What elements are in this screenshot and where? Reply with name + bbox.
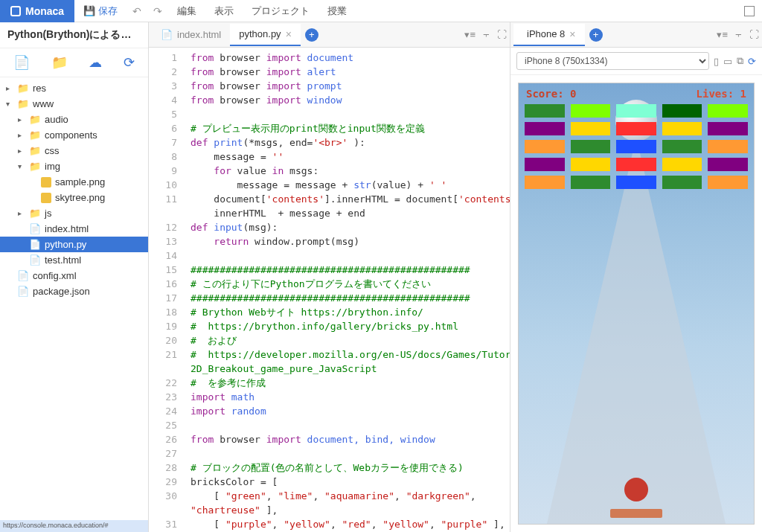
brick <box>708 104 748 118</box>
lives-text: Lives: 1 <box>697 88 746 100</box>
filter-icon[interactable]: ▾≡ <box>717 29 728 40</box>
app-name: Monaca <box>25 5 64 17</box>
brick <box>662 176 702 189</box>
menu-class[interactable]: 授業 <box>318 4 356 18</box>
brick <box>708 122 748 135</box>
brick <box>525 140 565 153</box>
brick <box>616 176 656 189</box>
bricks-grid <box>525 104 748 189</box>
sidebar-toolbar: 📄 📁 ☁ ⟳ <box>0 48 148 77</box>
tree-item-css[interactable]: ▸📁css <box>0 143 148 158</box>
brick <box>525 158 565 171</box>
brick <box>571 122 611 135</box>
menu-project[interactable]: プロジェクト <box>243 4 318 18</box>
device-select[interactable]: iPhone 8 (750x1334) <box>516 52 709 70</box>
ball <box>624 478 648 501</box>
new-folder-icon[interactable]: 📁 <box>51 54 68 71</box>
new-file-icon[interactable]: 📄 <box>13 54 30 71</box>
brick <box>662 104 702 118</box>
brick <box>662 122 702 135</box>
tab-python-py[interactable]: python.py × <box>230 24 301 46</box>
add-preview-button[interactable]: + <box>589 28 603 42</box>
brick <box>571 140 611 153</box>
app-logo[interactable]: Monaca <box>0 0 74 22</box>
file-icon: 📄 <box>161 29 173 40</box>
editor-pane: 📄 index.html python.py × + ▾≡ ⫟ ⛶ 123456… <box>149 22 510 532</box>
score-text: Score: 0 <box>526 88 576 100</box>
brick <box>571 158 611 171</box>
brick <box>662 158 702 171</box>
redo-icon[interactable]: ↷ <box>147 5 168 17</box>
close-icon[interactable]: × <box>286 28 292 40</box>
menu-edit[interactable]: 編集 <box>168 4 205 18</box>
brick <box>708 140 748 153</box>
editor-tabs: 📄 index.html python.py × + ▾≡ ⫟ ⛶ <box>149 22 510 48</box>
save-button[interactable]: 💾 保存 <box>74 4 127 18</box>
add-tab-button[interactable]: + <box>305 28 318 42</box>
undo-icon[interactable]: ↶ <box>127 5 147 17</box>
split-icon[interactable]: ⫟ <box>734 29 743 40</box>
reload-icon[interactable]: ⟳ <box>748 56 756 67</box>
brick <box>525 104 565 118</box>
brick <box>571 104 611 118</box>
top-toolbar: Monaca 💾 保存 ↶ ↷ 編集 表示 プロジェクト 授業 <box>0 0 762 22</box>
upload-icon[interactable]: ☁ <box>89 54 102 71</box>
paddle <box>610 509 662 518</box>
tablet-icon[interactable]: ▭ <box>723 56 732 67</box>
tree-item-js[interactable]: ▸📁js <box>0 205 148 221</box>
tab-label: iPhone 8 <box>527 28 565 39</box>
brick <box>662 140 702 153</box>
preview-tabs: iPhone 8 × + ▾≡ ⫟ ⛶ <box>510 22 762 48</box>
expand-icon[interactable]: ⛶ <box>749 29 759 40</box>
save-label: 保存 <box>98 4 118 18</box>
brick <box>708 176 748 189</box>
tree-item-www[interactable]: ▾📁www <box>0 96 148 112</box>
tab-index-html[interactable]: 📄 index.html <box>152 25 230 45</box>
close-icon[interactable]: × <box>569 28 575 40</box>
brick <box>708 158 748 171</box>
save-icon: 💾 <box>83 5 95 16</box>
skytree-image <box>547 137 726 524</box>
menu-view[interactable]: 表示 <box>205 4 243 18</box>
brick <box>571 176 611 189</box>
window-icon[interactable] <box>744 6 755 16</box>
tree-item-img[interactable]: ▾📁img <box>0 158 148 174</box>
tree-item-index-html[interactable]: 📄index.html <box>0 221 148 237</box>
brick <box>616 122 656 135</box>
popout-icon[interactable]: ⧉ <box>737 55 743 67</box>
tab-label: python.py <box>239 28 281 39</box>
phone-icon[interactable]: ▯ <box>714 56 719 67</box>
tab-preview-device[interactable]: iPhone 8 × <box>513 24 585 46</box>
tree-item-res[interactable]: ▸📁res <box>0 80 148 96</box>
filter-icon[interactable]: ▾≡ <box>464 29 476 40</box>
expand-icon[interactable]: ⛶ <box>497 29 507 40</box>
brick <box>525 122 565 135</box>
preview-pane: iPhone 8 × + ▾≡ ⫟ ⛶ iPhone 8 (750x1334) … <box>510 22 762 532</box>
brick <box>525 176 565 189</box>
tree-item-audio[interactable]: ▸📁audio <box>0 112 148 127</box>
tree-item-package-json[interactable]: 📄package.json <box>0 283 148 299</box>
brick <box>616 104 656 118</box>
refresh-icon[interactable]: ⟳ <box>124 54 135 71</box>
brick <box>616 158 656 171</box>
tree-item-config-xml[interactable]: 📄config.xml <box>0 268 148 283</box>
tree-item-skytree-png[interactable]: skytree.png <box>0 190 148 205</box>
device-bar: iPhone 8 (750x1334) ▯ ▭ ⧉ ⟳ <box>510 48 762 75</box>
code-editor[interactable]: 1234567891011121314151617181920212223242… <box>149 48 510 532</box>
status-bar: https://console.monaca.education/# <box>0 520 148 532</box>
tree-item-test-html[interactable]: 📄test.html <box>0 252 148 268</box>
split-icon[interactable]: ⫟ <box>481 29 491 40</box>
tree-item-components[interactable]: ▸📁components <box>0 127 148 143</box>
file-tree: ▸📁res▾📁www▸📁audio▸📁components▸📁css▾📁imgs… <box>0 77 148 520</box>
tree-item-python-py[interactable]: 📄python.py <box>0 237 148 252</box>
preview-screen: Score: 0 Lives: 1 <box>518 83 755 525</box>
tree-item-sample-png[interactable]: sample.png <box>0 174 148 190</box>
sidebar: Python(Brython)によるプロ... 📄 📁 ☁ ⟳ ▸📁res▾📁w… <box>0 22 149 532</box>
brick <box>616 140 656 153</box>
project-title: Python(Brython)によるプロ... <box>0 22 148 48</box>
tab-label: index.html <box>177 29 221 40</box>
logo-icon <box>10 6 21 16</box>
